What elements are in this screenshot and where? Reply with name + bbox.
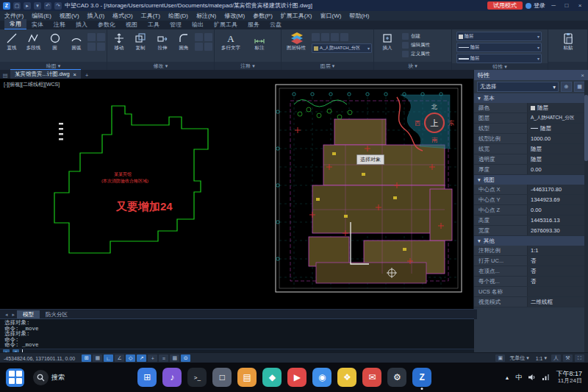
launcher-button[interactable] <box>6 368 24 387</box>
layer-panel-label[interactable]: 图层▾ <box>282 62 373 70</box>
software-center-icon[interactable]: ◆ <box>262 368 282 387</box>
layout-prev-icon[interactable]: ◂ <box>3 312 10 318</box>
paste-button[interactable]: 粘贴 <box>556 31 580 51</box>
model-space-icon[interactable]: ▣ <box>495 354 505 362</box>
fullscreen-icon[interactable]: ⛶ <box>575 354 584 362</box>
polar-toggle-icon[interactable]: ∠ <box>115 354 124 362</box>
prop-value[interactable]: 1445316.13 <box>527 215 588 225</box>
prop-value[interactable]: 0.00 <box>527 165 588 174</box>
zwcad-app-icon[interactable]: Z <box>412 368 431 387</box>
menu-item-dimension[interactable]: 标注(N) <box>196 12 216 20</box>
units-dropdown[interactable]: 无单位 ▾ <box>507 354 531 362</box>
ortho-toggle-icon[interactable]: ∟ <box>104 354 113 362</box>
osnap-toggle-icon[interactable]: ◇ <box>126 354 135 362</box>
modify-tool-icon[interactable] <box>204 43 212 51</box>
trash-icon[interactable]: □ <box>212 368 232 387</box>
define-attribute-button[interactable]: 定义属性 <box>402 50 430 58</box>
tab-home[interactable]: 常用 <box>4 19 26 29</box>
scrollbar[interactable] <box>584 80 588 352</box>
tab-fire-zone-layout[interactable]: 防火分区 <box>40 310 74 319</box>
insert-block-button[interactable]: 插入 <box>376 31 399 51</box>
mail-app-icon[interactable]: ✉ <box>362 368 381 387</box>
prop-value[interactable]: 随层 <box>527 154 588 164</box>
modify-tool-icon[interactable] <box>204 33 212 41</box>
quick-select-button[interactable]: ⊕ <box>561 82 572 92</box>
menu-item-format[interactable]: 格式(O) <box>112 12 133 20</box>
edit-attribute-button[interactable]: 编辑属性 <box>402 41 430 49</box>
menu-item-modify[interactable]: 修改(M) <box>224 12 245 20</box>
dyn-input-toggle-icon[interactable]: + <box>148 354 157 362</box>
modify-tool-icon[interactable] <box>195 43 203 51</box>
cycle-toggle-icon[interactable]: ⊙ <box>181 354 190 362</box>
section-basic[interactable]: ▾ 基本 <box>474 93 588 103</box>
search-button[interactable]: 搜索 <box>33 370 65 385</box>
prop-value[interactable]: 1000.00 <box>527 134 588 143</box>
arc-button[interactable]: 圆弧 <box>66 31 87 51</box>
move-button[interactable]: 移动 <box>109 31 129 51</box>
prop-value[interactable]: -4463170.80 <box>527 185 588 194</box>
menu-item-view[interactable]: 视图(V) <box>60 12 79 20</box>
tray-expand-icon[interactable]: ▲ <box>505 375 510 380</box>
volume-icon[interactable] <box>528 374 536 381</box>
network-icon[interactable] <box>542 374 550 381</box>
draw-tool-icon[interactable] <box>87 43 96 51</box>
cad-canvas[interactable]: 上 北 南 西 东 <box>0 79 474 309</box>
section-view[interactable]: ▾ 视图 <box>474 175 588 185</box>
undo-icon[interactable]: ↶ <box>44 2 51 10</box>
browser-icon[interactable]: ◉ <box>312 368 331 387</box>
prop-value[interactable]: 否 <box>527 277 588 286</box>
section-misc[interactable]: ▾ 其他 <box>474 236 588 246</box>
circle-button[interactable]: 圆 <box>45 31 65 51</box>
prop-value[interactable] <box>527 287 588 296</box>
layer-tool-icon[interactable] <box>331 33 339 41</box>
snap-toggle-icon[interactable]: ⊞ <box>82 354 91 362</box>
clipboard-panel-label[interactable] <box>548 62 587 70</box>
polyline-button[interactable]: 多段线 <box>23 31 43 51</box>
copy-button[interactable]: 复制 <box>130 31 151 51</box>
new-document-button[interactable]: + <box>81 72 93 79</box>
close-button[interactable]: × <box>575 2 585 9</box>
new-file-icon[interactable]: ▢ <box>13 2 21 10</box>
prop-value[interactable]: 随层 <box>527 144 588 154</box>
lineweight-toggle-icon[interactable]: ≡ <box>159 354 168 362</box>
fillet-button[interactable]: 圆角 <box>173 31 194 51</box>
menu-item-edit[interactable]: 编辑(E) <box>32 12 51 20</box>
line-button[interactable]: 直线 <box>1 31 22 51</box>
tab-model[interactable]: 模型 <box>17 310 40 319</box>
menu-item-tools[interactable]: 工具(T) <box>141 12 160 20</box>
trial-mode-button[interactable]: 试用模式 <box>487 1 523 10</box>
selection-filter-dropdown[interactable]: 无选择 ▾ <box>477 82 559 92</box>
input-method-indicator[interactable]: 中 <box>515 373 522 382</box>
tab-express[interactable]: 扩展工具 <box>209 20 243 29</box>
clock[interactable]: 下午8:17 11月24日 <box>556 370 582 385</box>
tab-view[interactable]: 视图 <box>121 20 143 29</box>
tab-manage[interactable]: 管理 <box>165 20 187 29</box>
file-manager-icon[interactable]: ▤ <box>237 368 257 387</box>
annotation-scale-dropdown[interactable]: 1:1 ▾ <box>534 355 549 361</box>
command-line-panel[interactable]: 选择对象: 命令: _move 选择对象: 命令: 命令: _move > ≡ <box>0 318 474 354</box>
transparency-toggle-icon[interactable]: ▩ <box>170 354 179 362</box>
tab-cloud[interactable]: 云盘 <box>265 20 287 29</box>
redo-icon[interactable]: ↷ <box>54 2 62 10</box>
settings-app-icon[interactable]: ⚙ <box>387 368 406 387</box>
mtext-button[interactable]: A 多行文字 <box>216 31 245 51</box>
menu-item-help[interactable]: 帮助(H) <box>349 12 369 20</box>
tab-parametric[interactable]: 参数化 <box>93 20 121 29</box>
layer-dropdown[interactable]: A_人防HATCH_分区 ▾ <box>312 43 372 53</box>
tab-annotate[interactable]: 注释 <box>49 20 71 29</box>
minimize-button[interactable]: ─ <box>548 2 559 9</box>
maximize-button[interactable]: □ <box>562 2 572 9</box>
menu-item-express[interactable]: 扩展工具(X) <box>281 12 312 20</box>
color-dropdown[interactable]: 随层 ▾ <box>456 32 542 41</box>
dimension-button[interactable]: 标注 <box>246 31 273 51</box>
linetype-dropdown[interactable]: 随层 ▾ <box>456 43 542 52</box>
layer-tool-icon[interactable] <box>340 33 348 41</box>
prop-value[interactable]: 1344923.69 <box>527 195 588 204</box>
otrack-toggle-icon[interactable]: ↗ <box>137 354 146 362</box>
tab-tools[interactable]: 工具 <box>143 20 165 29</box>
prop-value[interactable]: 否 <box>527 256 588 266</box>
draw-tool-icon[interactable] <box>87 33 96 41</box>
save-icon[interactable]: ▾ <box>34 2 41 10</box>
prop-value[interactable]: A_人防HATCH_分区 <box>527 113 588 123</box>
tab-solid[interactable]: 实体 <box>26 20 49 29</box>
